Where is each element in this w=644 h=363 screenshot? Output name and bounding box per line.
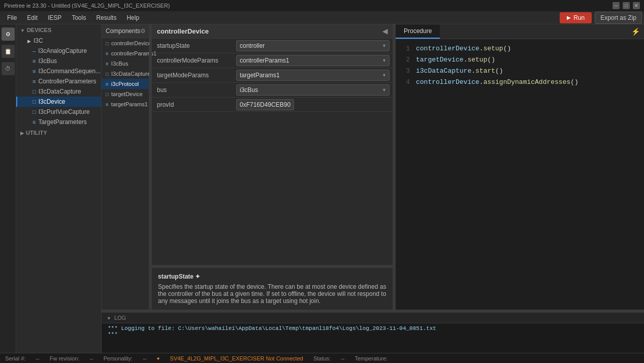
procedure-tab-icons: ⚡ <box>627 24 644 39</box>
menu-tools[interactable]: Tools <box>67 12 91 23</box>
comp-i3c-data-capture[interactable]: □ I3cDataCapture <box>102 69 149 79</box>
tree-item-label: I3cDevice <box>39 98 66 105</box>
sidebar-item-i3c-command-sequence[interactable]: ≡ I3cCommandSequen... <box>16 66 101 76</box>
sidebar: DEVICES I3C – I3cAnalogCapture ≡ I3cBus … <box>16 24 102 353</box>
run-button[interactable]: Run <box>560 12 592 23</box>
prop-row-target-mode: targetModeParams targetParams1 <box>152 68 393 83</box>
titlebar: Pinetree ie 23.30 - Untitled (SV4E_4L2G_… <box>0 0 644 11</box>
leaf-icon: □ <box>33 99 36 105</box>
comp-bus-icon: ≡ <box>106 61 109 67</box>
tree-item-label: I3cAnalogCapture <box>38 47 87 54</box>
select-wrapper-startup: controller target offline <box>236 40 390 51</box>
prop-row-bus: bus i3cBus <box>152 83 393 98</box>
comp-target-params1[interactable]: ≡ targetParams1 <box>102 99 149 109</box>
comp-device-icon: □ <box>106 41 109 46</box>
prop-value-prov-id: 0xF716D49CEB90 <box>233 100 393 110</box>
center-area: Components ⚙ □ controllerDevice ≡ contro… <box>102 24 644 353</box>
toolbar-right: Run Export as Zip <box>560 12 642 24</box>
target-mode-select[interactable]: targetParams1 <box>236 70 390 81</box>
i3c-label: I3C <box>34 37 43 44</box>
tree-item-label: I3cPurlVueCapture <box>39 108 90 115</box>
devices-chevron-icon <box>20 27 25 33</box>
window-controls: ─ □ ✕ <box>613 2 640 9</box>
menu-file[interactable]: File <box>2 12 22 23</box>
comp-label: targetParams1 <box>111 101 148 107</box>
icon-bar-timeline[interactable]: 📋 <box>2 45 15 58</box>
components-title: Components <box>106 27 140 35</box>
export-button[interactable]: Export as Zip <box>595 12 642 24</box>
minimize-button[interactable]: ─ <box>613 2 620 9</box>
comp-i3c-bus[interactable]: ≡ I3cBus <box>102 58 149 69</box>
components-header: Components ⚙ <box>102 24 149 38</box>
log-section: LOG *** Logging to file: C:\Users\wahail… <box>102 312 644 353</box>
device-panel-header: controllerDevice ◀ <box>152 24 393 39</box>
icon-bar: ⚙ 📋 ⏱ <box>0 24 16 353</box>
code-line-4: 4 controllerDevice.assignDynamicAddresse… <box>402 77 638 88</box>
prov-id-text: 0xF716D49CEB90 <box>236 99 294 110</box>
comp-label: targetDevice <box>111 91 143 97</box>
comp-params-icon: ≡ <box>106 51 109 56</box>
sidebar-devices-header[interactable]: DEVICES <box>16 24 101 36</box>
status-value: -- <box>341 355 344 361</box>
controller-mode-select[interactable]: controllerParams1 <box>236 55 390 66</box>
sidebar-item-i3c-purl-vue[interactable]: □ I3cPurlVueCapture <box>16 107 101 117</box>
icon-bar-devices[interactable]: ⚙ <box>2 27 15 41</box>
status-label: Status: <box>313 355 331 361</box>
comp-label: i3cProtocol <box>111 81 139 87</box>
prop-value-controller-mode: controllerParams1 <box>233 53 393 68</box>
sidebar-item-i3c-data-capture[interactable]: □ I3cDataCapture <box>16 86 101 97</box>
tree-item-label: I3cBus <box>38 57 57 65</box>
sidebar-item-target-params[interactable]: ≡ TargetParameters <box>16 117 101 127</box>
i3c-chevron-icon <box>27 37 31 44</box>
menu-results[interactable]: Results <box>91 12 121 23</box>
code-text-1: controllerDevice.setup() <box>416 43 511 54</box>
properties-table: startupState controller target offline <box>152 39 393 265</box>
desc-title: startupState ✦ <box>158 273 387 280</box>
leaf-icon: ≡ <box>33 119 36 125</box>
sidebar-item-controller-params[interactable]: ≡ ControllerParameters <box>16 76 101 86</box>
top-panels: Components ⚙ □ controllerDevice ≡ contro… <box>102 24 644 310</box>
prop-row-prov-id: provId 0xF716D49CEB90 <box>152 98 393 112</box>
comp-controller-params1[interactable]: ≡ controllerParams1 <box>102 48 149 58</box>
startup-state-select[interactable]: controller target offline <box>236 40 390 51</box>
close-button[interactable]: ✕ <box>633 2 640 9</box>
log-header[interactable]: LOG <box>102 313 644 323</box>
procedure-tab-bar: Procedure ⚡ <box>396 24 644 39</box>
log-line-1: *** Logging to file: C:\Users\wahailei\A… <box>108 325 638 331</box>
prop-row-startup-state: startupState controller target offline <box>152 39 393 53</box>
comp-label: I3cDataCapture <box>111 71 150 77</box>
leaf-icon: ≡ <box>33 68 36 74</box>
sidebar-item-i3c-analog-capture[interactable]: – I3cAnalogCapture <box>16 46 101 56</box>
sidebar-item-i3c[interactable]: I3C <box>16 36 101 46</box>
collapse-icon[interactable]: ◀ <box>382 27 388 35</box>
select-wrapper-target-mode: targetParams1 <box>236 70 390 81</box>
personality-label: Personality: <box>104 355 133 361</box>
comp-controller-device[interactable]: □ controllerDevice <box>102 38 149 48</box>
sidebar-utility-header[interactable]: UTILITY <box>16 127 101 138</box>
prop-value-target-mode: targetParams1 <box>233 68 393 82</box>
prop-label-target-mode: targetModeParams <box>152 69 233 81</box>
comp-label: I3cBus <box>111 60 128 67</box>
sidebar-item-i3c-bus[interactable]: ≡ I3cBus <box>16 56 101 66</box>
maximize-button[interactable]: □ <box>623 2 630 9</box>
icon-bar-history[interactable]: ⏱ <box>2 62 15 75</box>
tab-procedure[interactable]: Procedure <box>396 24 440 39</box>
bus-select[interactable]: i3cBus <box>236 84 390 96</box>
procedure-icon-1[interactable]: ⚡ <box>631 27 640 36</box>
comp-target-device[interactable]: □ targetDevice <box>102 89 149 99</box>
sidebar-item-i3c-device[interactable]: □ I3cDevice <box>16 97 101 107</box>
tree-item-label: I3cDataCapture <box>39 88 81 95</box>
comp-i3c-protocol[interactable]: ≡ i3cProtocol <box>102 79 149 89</box>
connection-status: SV4E_4L2G_MIPL_I3C_EXERCISER Not Connect… <box>170 355 303 361</box>
tree-item-label: ControllerParameters <box>38 78 96 85</box>
leaf-icon: □ <box>33 109 36 115</box>
device-panel-title: controllerDevice <box>157 27 209 35</box>
components-settings-icon[interactable]: ⚙ <box>140 27 146 35</box>
menu-help[interactable]: Help <box>121 12 144 23</box>
menu-edit[interactable]: Edit <box>22 12 43 23</box>
prop-label-controller-mode: controllerModeParams <box>152 54 233 67</box>
code-line-1: 1 controllerDevice.setup() <box>402 43 638 54</box>
menu-iesp[interactable]: IESP <box>43 12 67 23</box>
log-line-2: *** <box>108 331 638 338</box>
tree-item-label: I3cCommandSequen... <box>38 68 101 75</box>
